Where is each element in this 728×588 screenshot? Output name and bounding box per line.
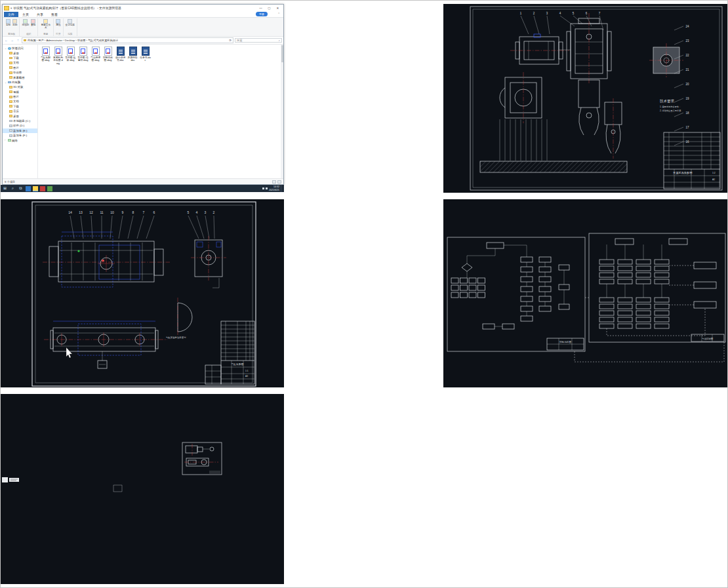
start-button[interactable] — [2, 185, 8, 192]
left-diagram-frame: 控制流程图 — [447, 237, 585, 351]
new-folder-button[interactable]: 新建文件夹 — [40, 18, 51, 29]
refresh-icon[interactable]: ⟳ — [229, 39, 232, 42]
sidebar-item-disk-e[interactable]: 新加卷 (E:) — [3, 128, 37, 133]
right-balloon-callouts: 24 23 22 21 20 19 18 17 16 — [674, 25, 689, 146]
address-bar[interactable]: 此电脑 › 用户 › Administrator › Desktop › 毕设图… — [22, 37, 233, 43]
screenshot-canvas: ▾ 毕设图 气缸式气动夹紧机构设计（整套CAD图纸含说明书） - 文件资源管理器… — [0, 0, 728, 588]
sidebar-item-documents-pc[interactable]: 文档 — [3, 99, 37, 104]
properties-button[interactable]: 属性 — [56, 18, 60, 27]
sidebar-item-3d-objects[interactable]: 3D 对象 — [3, 85, 37, 89]
up-button[interactable]: ↑ — [16, 39, 20, 42]
show-desktop-button[interactable] — [281, 185, 283, 192]
search-taskbar-icon[interactable] — [10, 185, 16, 192]
details-view-button[interactable] — [272, 180, 276, 184]
tray-volume-icon[interactable] — [266, 187, 268, 189]
forward-button[interactable]: → — [10, 39, 14, 42]
sidebar-section-quick-access[interactable]: 快速访问 — [3, 46, 37, 50]
dwg-file-icon — [42, 47, 50, 56]
paste-button[interactable]: 粘贴 — [12, 18, 17, 27]
tray-network-icon[interactable] — [262, 187, 264, 189]
sidebar-item-downloads-pc[interactable]: 下载 — [3, 104, 37, 109]
ribbon-group-open: 属性 打开 — [54, 18, 63, 36]
scrollbar-thumb[interactable] — [281, 45, 283, 62]
file-list: 气缸装配图.dwg 夹紧机构总装图.dwg 零件图-缸体.dwg 零件图-活塞杆… — [38, 45, 283, 178]
sidebar-item-desktop[interactable]: 桌面 — [3, 50, 37, 55]
chevron-right-icon[interactable] — [5, 139, 7, 142]
cylinder-drawing-canvas[interactable]: 14 13 12 11 10 9 8 7 6 5 4 3 2 — [1, 199, 284, 387]
system-tray: 14:32 2021/6/21 — [258, 185, 283, 192]
folder-icon — [9, 66, 12, 69]
quick-access-toolbar[interactable]: ▾ — [10, 7, 12, 10]
properties-icon — [56, 19, 60, 24]
taskbar-app-explorer[interactable] — [33, 186, 38, 191]
blank-sheet-canvas[interactable] — [1, 394, 284, 584]
taskbar-app-autocad[interactable] — [40, 186, 45, 191]
svg-text:1:2: 1:2 — [712, 172, 716, 174]
tab-view[interactable]: 查看 — [47, 12, 62, 17]
svg-text:20: 20 — [685, 83, 689, 86]
title-bar[interactable]: ▾ 毕设图 气缸式气动夹紧机构设计（整套CAD图纸含说明书） - 文件资源管理器… — [3, 5, 283, 11]
minimize-button[interactable]: — — [256, 5, 265, 11]
bottom-plan-view — [44, 321, 167, 368]
signin-button[interactable]: 登录 — [256, 12, 268, 16]
chevron-down-icon[interactable] — [5, 81, 7, 84]
task-view-icon[interactable] — [18, 185, 24, 192]
taskbar-app-browser[interactable] — [26, 186, 31, 191]
svg-text:2: 2 — [533, 12, 535, 15]
icons-view-button[interactable] — [277, 180, 281, 184]
back-button[interactable]: ← — [4, 39, 9, 42]
drawing-frame — [32, 202, 256, 386]
sidebar-item-disk-f[interactable]: 新加卷 (F:) — [3, 133, 37, 138]
sidebar-item-pictures[interactable]: 图片 — [3, 66, 37, 70]
taskbar-clock[interactable]: 14:32 2021/6/21 — [269, 186, 279, 191]
search-box[interactable]: 搜索 — [235, 38, 282, 43]
sidebar-item-project[interactable]: 毕设图 — [3, 70, 37, 75]
svg-text:1. 装配前清洗各零件；: 1. 装配前清洗各零件； — [660, 106, 681, 108]
close-button[interactable]: ✕ — [273, 5, 282, 11]
sidebar-section-network[interactable]: 网络 — [3, 138, 37, 142]
sidebar-item-music[interactable]: 音乐 — [3, 109, 37, 113]
file-item[interactable]: 零件图-缸体.dwg — [65, 47, 76, 65]
tab-home[interactable]: 主页 — [18, 12, 33, 17]
sidebar-item-desktop-pc[interactable]: 桌面 — [3, 113, 37, 118]
tab-file[interactable]: 文件 — [4, 12, 18, 17]
file-item[interactable]: 气缸装配图.dwg — [40, 47, 51, 65]
sidebar-item-disk-c[interactable]: 本地磁盘 (C:) — [3, 119, 37, 123]
scrollbar[interactable] — [281, 45, 283, 178]
file-item[interactable]: 夹紧机构总装图.dwg — [52, 47, 64, 65]
ribbon-collapse-icon[interactable]: ⌃ — [277, 12, 280, 16]
sidebar-item-screenshots[interactable]: 屏幕截图 — [3, 75, 37, 79]
mouse-cursor — [66, 347, 72, 358]
file-item[interactable]: 气动原理图.dwg — [90, 47, 101, 65]
doc-file-icon — [142, 47, 150, 56]
flowchart-canvas[interactable]: 控制流程图 — [443, 199, 727, 387]
file-item[interactable]: 开题报告.doc — [127, 47, 138, 65]
svg-text:夹紧机构装配图: 夹紧机构装配图 — [673, 171, 692, 175]
sidebar-item-downloads[interactable]: 下载 — [3, 56, 37, 60]
file-item[interactable]: 设计说明书.doc — [115, 47, 126, 65]
select-all-button[interactable]: 全部选择 — [66, 18, 75, 27]
file-item[interactable]: 任务书.doc — [140, 47, 151, 65]
copy-button[interactable]: 复制 — [6, 18, 10, 27]
sidebar-item-documents[interactable]: 文档 — [3, 60, 37, 65]
svg-text:24: 24 — [685, 25, 689, 28]
taskbar-app-other[interactable] — [47, 186, 52, 191]
folder-icon — [9, 105, 12, 108]
tray-chevron-icon[interactable] — [258, 187, 261, 190]
sidebar-item-videos[interactable]: 视频 — [3, 90, 37, 94]
chevron-down-icon[interactable] — [5, 47, 7, 50]
assembly-drawing-canvas[interactable]: 1 2 3 4 5 6 7 — [443, 4, 727, 193]
maximize-button[interactable]: ▢ — [265, 5, 273, 11]
doc-file-icon — [117, 47, 125, 56]
ribbon-group-select: 全部选择 选择 — [64, 18, 77, 36]
selection-rectangle[interactable] — [113, 485, 122, 492]
ribbon: 复制 粘贴 剪贴板 移动到 删除 组织 新建文件夹 新建 属 — [3, 18, 283, 37]
move-to-button[interactable]: 移动到 — [22, 18, 29, 27]
tab-share[interactable]: 共享 — [33, 12, 47, 17]
file-item[interactable]: 控制流程图.dwg — [102, 47, 113, 65]
sidebar-section-this-pc[interactable]: 此电脑 — [3, 80, 37, 85]
sidebar-item-disk-d[interactable]: 软件 (D:) — [3, 123, 37, 128]
delete-button[interactable]: 删除 — [31, 18, 35, 27]
sidebar-item-pictures-pc[interactable]: 图片 — [3, 94, 37, 99]
file-item[interactable]: 零件图-活塞杆.dwg — [77, 47, 89, 65]
